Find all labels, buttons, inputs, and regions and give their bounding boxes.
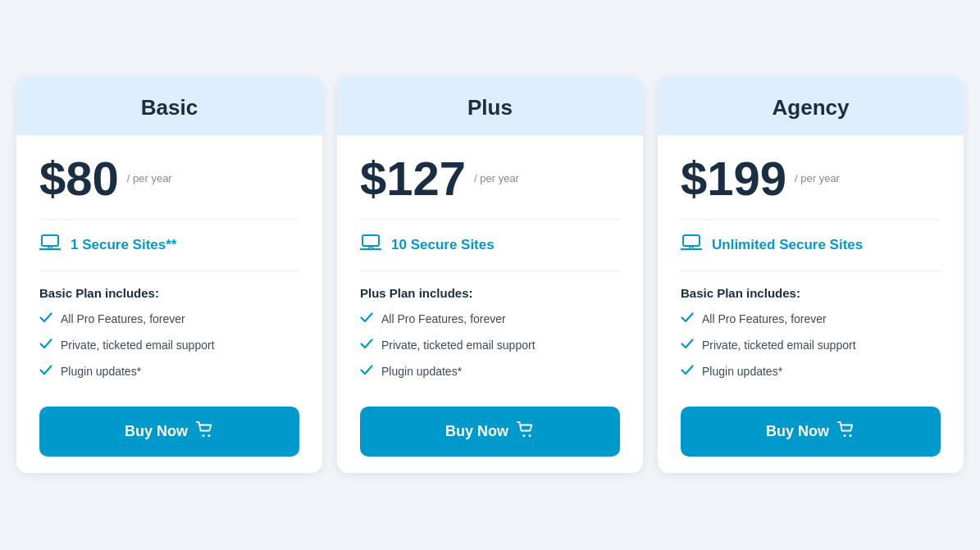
features-section-agency: Basic Plan includes: All Pro Features, f…: [681, 271, 941, 390]
cart-icon-plus: [517, 421, 535, 442]
cart-icon-basic: [196, 421, 214, 442]
price-section-agency: $199 / per year: [681, 155, 941, 220]
feature-item-agency-1: Private, ticketed email support: [681, 338, 941, 352]
feature-item-basic-0: All Pro Features, forever: [39, 311, 299, 326]
check-icon-agency-2: [681, 364, 694, 379]
feature-text-basic-1: Private, ticketed email support: [61, 339, 215, 352]
plan-title-plus: Plus: [467, 95, 513, 120]
buy-label-plus: Buy Now: [445, 423, 508, 440]
sites-label-agency: Unlimited Secure Sites: [712, 237, 863, 253]
svg-rect-3: [362, 235, 379, 246]
svg-point-8: [850, 434, 852, 437]
feature-text-basic-0: All Pro Features, forever: [61, 312, 185, 325]
svg-point-5: [529, 434, 531, 437]
price-amount-plus: $127: [360, 155, 466, 202]
check-icon-plus-2: [360, 364, 373, 379]
feature-item-basic-2: Plugin updates*: [39, 364, 299, 379]
feature-item-plus-2: Plugin updates*: [360, 364, 620, 379]
check-icon-basic-1: [39, 338, 52, 352]
cart-icon-agency: [837, 421, 855, 442]
check-icon-plus-0: [360, 311, 373, 326]
feature-item-plus-1: Private, ticketed email support: [360, 338, 620, 352]
pricing-card-agency: Agency $199 / per year Unlimited Sec: [658, 77, 964, 473]
feature-item-agency-2: Plugin updates*: [681, 364, 941, 379]
check-icon-agency-0: [681, 311, 694, 326]
price-amount-agency: $199: [681, 155, 786, 202]
check-icon-plus-1: [360, 338, 373, 352]
card-body-agency: $199 / per year Unlimited Secure Sites B…: [658, 135, 964, 473]
pricing-card-plus: Plus $127 / per year 10 Secure Sites: [337, 77, 643, 473]
price-period-agency: / per year: [795, 171, 840, 186]
feature-item-plus-0: All Pro Features, forever: [360, 311, 620, 326]
features-section-plus: Plus Plan includes: All Pro Features, fo…: [360, 271, 620, 390]
plan-title-agency: Agency: [773, 95, 850, 120]
feature-text-plus-2: Plugin updates*: [381, 365, 462, 378]
price-amount-basic: $80: [39, 155, 119, 202]
card-header-agency: Agency: [658, 77, 964, 135]
sites-label-plus: 10 Secure Sites: [391, 237, 495, 253]
feature-item-basic-1: Private, ticketed email support: [39, 338, 299, 352]
laptop-icon-agency: [681, 234, 702, 256]
buy-button-agency[interactable]: Buy Now: [681, 407, 941, 457]
feature-text-agency-1: Private, ticketed email support: [702, 339, 856, 352]
buy-label-agency: Buy Now: [766, 423, 829, 440]
sites-section-agency: Unlimited Secure Sites: [681, 220, 941, 271]
buy-label-basic: Buy Now: [125, 423, 188, 440]
check-icon-basic-2: [39, 364, 52, 379]
pricing-card-basic: Basic $80 / per year 1 Secure Sites*: [16, 77, 322, 473]
pricing-container: Basic $80 / per year 1 Secure Sites*: [16, 77, 964, 473]
feature-text-plus-1: Private, ticketed email support: [381, 339, 536, 352]
features-title-plus: Plus Plan includes:: [360, 286, 620, 300]
plan-title-basic: Basic: [141, 95, 198, 120]
buy-button-basic[interactable]: Buy Now: [39, 407, 299, 457]
laptop-icon-basic: [39, 234, 61, 256]
buy-button-plus[interactable]: Buy Now: [360, 407, 620, 457]
features-section-basic: Basic Plan includes: All Pro Features, f…: [39, 271, 299, 390]
sites-section-basic: 1 Secure Sites**: [39, 220, 299, 271]
card-body-basic: $80 / per year 1 Secure Sites** Basic Pl…: [16, 135, 322, 473]
check-icon-agency-1: [681, 338, 694, 352]
price-period-plus: / per year: [474, 171, 519, 186]
sites-section-plus: 10 Secure Sites: [360, 220, 620, 271]
features-title-basic: Basic Plan includes:: [39, 286, 299, 300]
card-header-basic: Basic: [16, 77, 322, 135]
laptop-icon-plus: [360, 234, 381, 256]
price-period-basic: / per year: [127, 171, 172, 186]
price-section-plus: $127 / per year: [360, 155, 620, 220]
price-section-basic: $80 / per year: [39, 155, 299, 220]
feature-text-basic-2: Plugin updates*: [61, 365, 141, 378]
svg-point-2: [208, 434, 211, 437]
svg-point-4: [523, 434, 526, 437]
feature-text-agency-0: All Pro Features, forever: [702, 312, 827, 325]
features-title-agency: Basic Plan includes:: [681, 286, 941, 300]
card-header-plus: Plus: [337, 77, 643, 135]
check-icon-basic-0: [39, 311, 52, 326]
feature-text-agency-2: Plugin updates*: [702, 365, 782, 378]
svg-rect-6: [683, 235, 700, 246]
feature-item-agency-0: All Pro Features, forever: [681, 311, 941, 326]
svg-point-1: [203, 434, 205, 437]
svg-point-7: [844, 434, 846, 437]
svg-rect-0: [42, 235, 58, 246]
feature-text-plus-0: All Pro Features, forever: [381, 312, 506, 325]
sites-label-basic: 1 Secure Sites**: [71, 237, 176, 253]
card-body-plus: $127 / per year 10 Secure Sites Plus Pla…: [337, 135, 643, 473]
